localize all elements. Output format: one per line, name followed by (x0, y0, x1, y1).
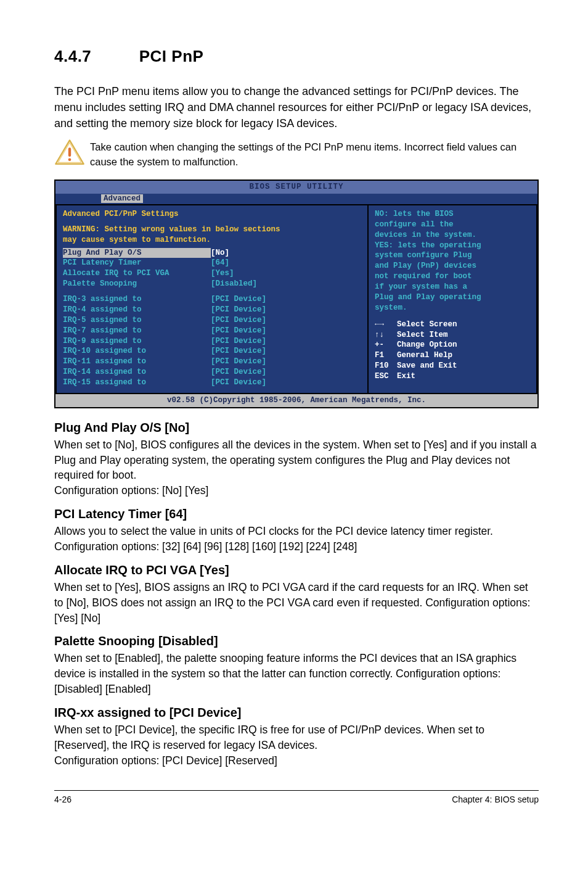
bios-irq-row[interactable]: IRQ-9 assigned to[PCI Device] (63, 336, 361, 347)
bios-irq-label: IRQ-3 assigned to (63, 294, 211, 305)
bios-irq-label: IRQ-10 assigned to (63, 346, 211, 357)
help-line: YES: lets the operating (375, 241, 530, 251)
option-heading-irqxx: IRQ-xx assigned to [PCI Device] (54, 706, 539, 720)
bios-irq-label: IRQ-14 assigned to (63, 367, 211, 377)
nav-line: +-Change Option (375, 340, 530, 350)
nav-key: F10 (375, 361, 397, 371)
nav-key: ESC (375, 371, 397, 382)
help-line: NO: lets the BIOS (375, 209, 530, 220)
svg-rect-2 (68, 147, 71, 157)
option-heading-palette: Palette Snooping [Disabled] (54, 634, 539, 648)
caution-icon (54, 139, 90, 168)
bios-item-label: Plug And Play O/S (63, 248, 211, 258)
intro-paragraph: The PCI PnP menu items allow you to chan… (54, 83, 539, 131)
bios-item-palette-snooping[interactable]: Palette Snooping [Disabled] (63, 279, 361, 289)
option-heading-irqvga: Allocate IRQ to PCI VGA [Yes] (54, 563, 539, 577)
svg-point-3 (68, 159, 71, 162)
nav-key: F1 (375, 350, 397, 361)
bios-irq-value: [PCI Device] (211, 346, 361, 357)
nav-key: ↑↓ (375, 330, 397, 340)
bios-irq-value: [PCI Device] (211, 336, 361, 347)
bios-irq-value: [PCI Device] (211, 315, 361, 326)
help-line: and Play (PnP) devices (375, 261, 530, 271)
bios-irq-label: IRQ-9 assigned to (63, 336, 211, 347)
bios-irq-value: [PCI Device] (211, 305, 361, 315)
section-heading: 4.4.7 PCI PnP (54, 47, 539, 66)
bios-irq-label: IRQ-11 assigned to (63, 357, 211, 367)
bios-item-label: Palette Snooping (63, 279, 211, 289)
bios-warning-1: WARNING: Setting wrong values in below s… (63, 225, 361, 235)
bios-left-panel: Advanced PCI/PnP Settings WARNING: Setti… (55, 204, 367, 394)
page-number: 4-26 (54, 794, 71, 804)
bios-irq-row[interactable]: IRQ-3 assigned to[PCI Device] (63, 294, 361, 305)
bios-item-value: [Yes] (211, 268, 361, 279)
option-body-latency: Allows you to select the value in units … (54, 524, 539, 555)
nav-key: ←→ (375, 320, 397, 330)
nav-key: +- (375, 340, 397, 350)
bios-item-allocate-irq[interactable]: Allocate IRQ to PCI VGA [Yes] (63, 268, 361, 279)
option-body-palette: When set to [Enabled], the palette snoop… (54, 651, 539, 697)
bios-irq-label: IRQ-7 assigned to (63, 326, 211, 336)
help-line: Plug and Play operating (375, 292, 530, 303)
bios-item-value: [No] (211, 248, 361, 258)
bios-item-label: PCI Latency Timer (63, 258, 211, 268)
section-number: 4.4.7 (54, 47, 134, 66)
help-line: devices in the system. (375, 230, 530, 241)
nav-line: ESCExit (375, 371, 530, 382)
bios-irq-value: [PCI Device] (211, 367, 361, 377)
bios-irq-value: [PCI Device] (211, 326, 361, 336)
bios-irq-row[interactable]: IRQ-4 assigned to[PCI Device] (63, 305, 361, 315)
bios-item-value: [Disabled] (211, 279, 361, 289)
nav-label: General Help (397, 350, 452, 361)
bios-irq-row[interactable]: IRQ-7 assigned to[PCI Device] (63, 326, 361, 336)
nav-label: Select Item (397, 330, 448, 340)
nav-line: F1General Help (375, 350, 530, 361)
nav-line: F10Save and Exit (375, 361, 530, 371)
help-line: system configure Plug (375, 250, 530, 261)
option-heading-latency: PCI Latency Timer [64] (54, 507, 539, 521)
chapter-label: Chapter 4: BIOS setup (452, 794, 539, 804)
bios-screenshot: BIOS SETUP UTILITY Advanced Advanced PCI… (54, 179, 539, 408)
nav-label: Change Option (397, 340, 457, 350)
bios-irq-value: [PCI Device] (211, 357, 361, 367)
bios-item-pci-latency[interactable]: PCI Latency Timer [64] (63, 258, 361, 268)
bios-irq-value: [PCI Device] (211, 377, 361, 388)
bios-irq-row[interactable]: IRQ-14 assigned to[PCI Device] (63, 367, 361, 377)
bios-title: BIOS SETUP UTILITY (55, 181, 537, 194)
bios-help-panel: NO: lets the BIOS configure all the devi… (367, 204, 537, 394)
bios-footer: v02.58 (C)Copyright 1985-2006, American … (55, 394, 537, 407)
bios-tabrow: Advanced (55, 194, 537, 204)
bios-irq-row[interactable]: IRQ-11 assigned to[PCI Device] (63, 357, 361, 367)
bios-warning-2: may cause system to malfunction. (63, 235, 361, 245)
bios-irq-label: IRQ-5 assigned to (63, 315, 211, 326)
option-body-plug: When set to [No], BIOS configures all th… (54, 437, 539, 498)
help-line: not required for boot (375, 271, 530, 282)
help-line: configure all the (375, 220, 530, 230)
nav-label: Select Screen (397, 320, 457, 330)
bios-irq-row[interactable]: IRQ-15 assigned to[PCI Device] (63, 377, 361, 388)
bios-item-plug-and-play[interactable]: Plug And Play O/S [No] (63, 248, 361, 258)
bios-irq-row[interactable]: IRQ-10 assigned to[PCI Device] (63, 346, 361, 357)
bios-irq-value: [PCI Device] (211, 294, 361, 305)
bios-irq-label: IRQ-15 assigned to (63, 377, 211, 388)
nav-label: Exit (397, 371, 415, 382)
option-body-irqvga: When set to [Yes], BIOS assigns an IRQ t… (54, 580, 539, 626)
bios-irq-label: IRQ-4 assigned to (63, 305, 211, 315)
nav-line: ←→Select Screen (375, 320, 530, 330)
bios-irq-row[interactable]: IRQ-5 assigned to[PCI Device] (63, 315, 361, 326)
bios-item-value: [64] (211, 258, 361, 268)
bios-item-label: Allocate IRQ to PCI VGA (63, 268, 211, 279)
help-line: system. (375, 303, 530, 313)
bios-tab-advanced[interactable]: Advanced (101, 194, 143, 203)
nav-label: Save and Exit (397, 361, 457, 371)
caution-text: Take caution when changing the settings … (90, 139, 539, 170)
option-heading-plug: Plug And Play O/S [No] (54, 421, 539, 435)
section-title: PCI PnP (139, 47, 204, 65)
help-line: if your system has a (375, 282, 530, 292)
nav-line: ↑↓Select Item (375, 330, 530, 340)
option-body-irqxx: When set to [PCI Device], the specific I… (54, 722, 539, 769)
bios-panel-title: Advanced PCI/PnP Settings (63, 209, 361, 220)
